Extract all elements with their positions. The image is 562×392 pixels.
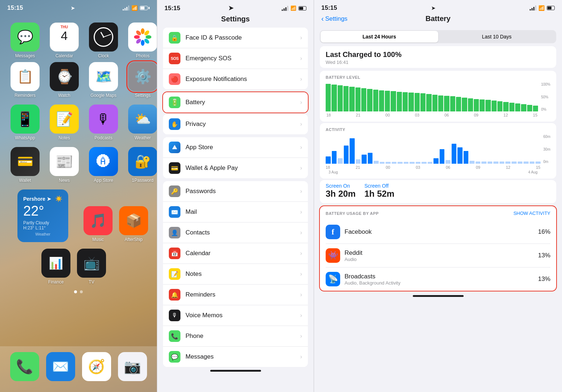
charged-sub: Wed 16:41 (326, 60, 550, 65)
settings-passwords-row[interactable]: 🔑 Passwords › (163, 181, 308, 202)
activity-time-labels: 18 21 00 03 06 09 12 15 (326, 165, 541, 170)
app-notes[interactable]: 📝 Notes (48, 105, 81, 140)
battery-bars (326, 82, 538, 111)
settings-calendar-row[interactable]: 📅 Calendar › (163, 243, 308, 264)
app-messages[interactable]: 💬 Messages (9, 23, 41, 58)
svg-point-8 (140, 34, 145, 40)
settings-status-bar: 15:15 ➤ 📶 (157, 0, 314, 12)
calendar-icon: 📅 (169, 248, 180, 259)
usage-header: BATTERY USAGE BY APP SHOW ACTIVITY (326, 211, 550, 216)
app-settings[interactable]: ⚙️ Settings (126, 62, 157, 98)
chevron-icon: › (300, 209, 302, 215)
chevron-icon: › (300, 144, 302, 151)
battery-time-labels: 18 21 00 03 06 09 12 15 (326, 113, 538, 117)
usage-broadcasts-row[interactable]: 📡 Broadcasts Audio, Background Activity … (326, 268, 550, 291)
chevron-icon: › (300, 76, 302, 82)
settings-privacy-row[interactable]: ✋ Privacy › (163, 114, 308, 134)
reminders-icon: 🔔 (169, 289, 180, 301)
app-tv[interactable]: 📺 TV (77, 249, 106, 285)
settings-faceid-row[interactable]: 🔒 Face ID & Passcode › (163, 28, 308, 48)
home-time: 15:15 (7, 4, 23, 12)
dock-safari[interactable]: 🧭 (81, 352, 112, 381)
home-apps-row1: 💬 Messages THU 4 Calendar Clock (0, 15, 157, 62)
app-google-maps[interactable]: 🗺️ Google Maps (87, 62, 120, 98)
sos-icon: SOS (169, 53, 180, 64)
show-activity-button[interactable]: SHOW ACTIVITY (513, 211, 550, 216)
app-watch[interactable]: ⌚ Watch (48, 62, 81, 98)
battery-scroll-indicator (413, 295, 464, 297)
app-finance[interactable]: 📊 Finance (41, 249, 70, 285)
app-weather[interactable]: ⛅ Weather (126, 105, 157, 140)
settings-panel: 15:15 ➤ 📶 Settings 🔒 Face ID & Passcode … (157, 0, 314, 392)
battery-location-icon: ➤ (431, 5, 435, 11)
activity-label: ACTIVITY (326, 127, 550, 132)
chevron-icon: › (300, 271, 302, 277)
chevron-icon: › (300, 354, 302, 360)
settings-messages-row[interactable]: 💬 Messages › (163, 347, 308, 367)
battery-wifi-icon: 📶 (538, 5, 545, 11)
settings-voicememos-row[interactable]: 🎙 Voice Memos › (163, 305, 308, 326)
app-appstore[interactable]: 🅐 App Store (87, 147, 120, 183)
settings-battery-row[interactable]: 🔋 Battery › (163, 92, 308, 113)
dock-camera[interactable]: 📷 (117, 352, 148, 381)
settings-exposure-row[interactable]: 🔴 Exposure Notifications › (163, 69, 308, 89)
app-1password[interactable]: 🔐 1Password (126, 147, 157, 183)
settings-title: Settings (157, 12, 314, 28)
dock-phone[interactable]: 📞 (9, 352, 40, 381)
app-music[interactable]: 🎵 Music (84, 206, 113, 242)
battery-level-label: BATTERY LEVEL (326, 75, 550, 79)
app-calendar[interactable]: THU 4 Calendar (48, 23, 81, 58)
settings-contacts-row[interactable]: 👤 Contacts › (163, 222, 308, 243)
weather-widget[interactable]: Pershore ➤ ☀️ 22° Partly Cloudy H:23° L:… (17, 189, 68, 242)
weather-hl: H:23° L:11° (23, 225, 62, 230)
dock-mail[interactable]: ✉️ (45, 352, 76, 381)
screen-off: Screen Off 1h 52m (365, 183, 395, 199)
chevron-icon: › (300, 188, 302, 195)
settings-back-button[interactable]: ‹ Settings (321, 15, 347, 23)
settings-battery-group: 🔋 Battery › (163, 92, 308, 113)
battery-battery-icon (547, 6, 555, 10)
charged-title: Last Charged to 100% (326, 50, 550, 59)
activity-bars (326, 135, 541, 164)
chevron-icon: › (300, 291, 302, 298)
settings-phone-row[interactable]: 📞 Phone › (163, 326, 308, 347)
app-podcasts[interactable]: 🎙 Podcasts (87, 105, 120, 140)
settings-mail-row[interactable]: ✉️ Mail › (163, 202, 308, 222)
chevron-icon: › (300, 229, 302, 236)
chevron-icon: › (300, 34, 302, 41)
settings-notes-row[interactable]: 📝 Notes › (163, 264, 308, 285)
reddit-icon: 👾 (326, 248, 340, 263)
home-apps-row4: 💳 Wallet 📰 News 🅐 App Store 🔐 1Password (0, 147, 157, 183)
home-apps-row5: Pershore ➤ ☀️ 22° Partly Cloudy H:23° L:… (0, 189, 157, 242)
usage-title: BATTERY USAGE BY APP (326, 211, 379, 216)
app-news[interactable]: 📰 News (48, 147, 81, 183)
settings-sos-row[interactable]: SOS Emergency SOS › (163, 48, 308, 69)
app-wallet[interactable]: 💳 Wallet (9, 147, 41, 183)
settings-appstore-row[interactable]: App Store › (163, 137, 308, 158)
app-whatsapp[interactable]: 📱 WhatsApp (9, 105, 41, 140)
usage-facebook-row[interactable]: f Facebook 16% (326, 220, 550, 244)
appstore-icon (169, 142, 180, 153)
settings-reminders-row[interactable]: 🔔 Reminders › (163, 285, 308, 305)
app-aftership[interactable]: 📦 AfterShip (119, 206, 148, 242)
battery-time: 15:15 (321, 4, 337, 12)
settings-group4: 🔑 Passwords › ✉️ Mail › 👤 Contacts › 📅 C… (163, 181, 308, 367)
tab-last10days[interactable]: Last 10 Days (438, 31, 556, 42)
weather-label: Weather (23, 232, 62, 236)
app-photos[interactable]: Photos (126, 23, 157, 58)
voicememos-icon: 🎙 (169, 310, 180, 321)
page-dots (0, 290, 157, 293)
settings-wallet-row[interactable]: 💳 Wallet & Apple Pay › (163, 158, 308, 178)
reddit-info: Reddit Audio (345, 249, 538, 262)
app-clock[interactable]: Clock (87, 23, 120, 58)
svg-point-4 (141, 40, 144, 46)
settings-signal-icon (282, 6, 288, 11)
mail-icon: ✉️ (169, 206, 180, 218)
facebook-info: Facebook (345, 228, 538, 236)
tab-last24[interactable]: Last 24 Hours (321, 31, 438, 42)
app-reminders[interactable]: 📋 Reminders (9, 62, 41, 98)
weather-temp: 22° (23, 204, 62, 219)
settings-battery-icon (298, 6, 306, 11)
settings-privacy-group: ✋ Privacy › (163, 114, 308, 134)
usage-reddit-row[interactable]: 👾 Reddit Audio 13% (326, 244, 550, 268)
